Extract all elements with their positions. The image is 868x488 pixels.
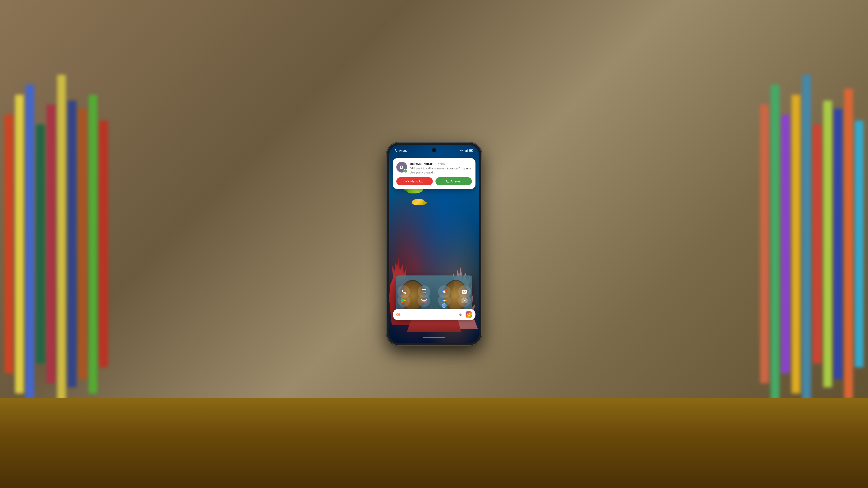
signal-icon [465,149,468,152]
dock-row [389,285,479,298]
answer-button[interactable]: Answer [435,177,472,185]
camera-cutout [432,148,436,152]
phone-status-icon [395,149,398,152]
phone-device: Phone [387,143,481,345]
table-surface [0,398,868,488]
youtube-icon [461,298,468,303]
caller-info: BERNE PHILIP · Phone "Hi I want to sell … [410,162,472,174]
svg-rect-0 [465,151,465,152]
dock-chrome-icon [441,289,447,295]
photos-globe [442,303,446,308]
dock-messages-button[interactable] [418,285,430,298]
phone-wrapper: Phone [387,143,481,345]
home-indicator [423,337,445,338]
lens-icon [467,313,470,316]
hang-up-button[interactable]: Hang Up [396,177,433,185]
search-lens-icon[interactable] [466,312,472,318]
dock-phone-icon [401,289,406,294]
caller-source: · Phone [435,162,445,165]
phone-badge [404,169,408,173]
dock-phone-button[interactable] [398,285,410,298]
status-left: Phone [395,149,408,152]
hang-up-icon [406,180,409,183]
svg-rect-5 [469,150,472,151]
caller-name-row: BERNE PHILIP · Phone [410,162,472,166]
search-bar[interactable]: G [393,309,475,320]
status-right [460,149,474,152]
dock-camera-button[interactable] [458,285,471,298]
caller-name: BERNE PHILIP [410,162,433,166]
answer-label: Answer [450,180,462,183]
hang-up-label: Hang Up [410,180,424,183]
dock-camera-icon [462,289,467,294]
caller-avatar: B [396,162,407,172]
google-g-logo: G [396,312,400,318]
svg-rect-3 [467,150,467,152]
play-store-icon [401,297,407,304]
svg-point-8 [443,300,445,301]
gmail-icon: M [421,297,427,304]
call-actions: Hang Up Answer [396,177,472,185]
caller-initial: B [400,165,403,170]
battery-icon [469,149,474,152]
dock-messages-icon [421,289,427,294]
answer-icon [445,180,449,183]
call-header: B BERNE PHILIP [396,162,472,174]
svg-point-13 [443,291,445,293]
photos-icon [441,297,447,304]
call-notification: B BERNE PHILIP [393,158,475,189]
svg-rect-2 [466,150,467,152]
fish-2 [412,199,424,205]
dock-chrome-button[interactable] [438,285,451,298]
wifi-icon [460,149,463,152]
phone-screen: Phone [389,145,479,343]
search-mic-icon[interactable] [458,312,463,317]
badge-phone-icon [405,170,406,172]
call-message: "Hi I want to sell you some insurance I'… [410,166,472,174]
phone-badge-inner [404,169,407,172]
svg-rect-1 [465,150,466,152]
status-app-label: Phone [399,149,408,152]
svg-text:M: M [423,299,425,303]
